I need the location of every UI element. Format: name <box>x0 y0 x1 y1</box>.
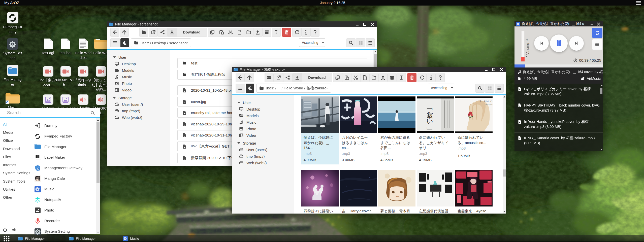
svg-text:- Acoustic co: - Acoustic co <box>485 103 493 105</box>
svg-text:命に嫌われている。: 命に嫌われている。 <box>479 100 493 102</box>
svg-text:*14265497753*: *14265497753* <box>35 158 41 160</box>
svg-text:e: e <box>38 168 39 171</box>
